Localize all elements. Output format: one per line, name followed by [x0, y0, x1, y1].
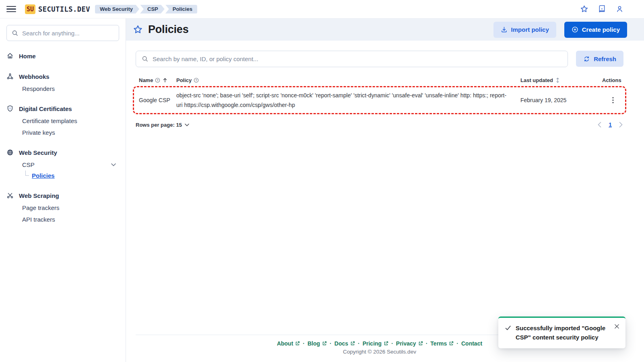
- sidebar-item-page-trackers[interactable]: Page trackers: [6, 203, 119, 212]
- policy-search: [136, 51, 568, 67]
- table-search-row: Refresh: [136, 51, 623, 67]
- row-actions-menu-icon[interactable]: [609, 95, 617, 105]
- content-area: Refresh Name ? Policy ?: [126, 41, 644, 362]
- top-header: SU SECUTILS.DEV Web Security CSP Policie…: [0, 0, 644, 19]
- footer-link-terms[interactable]: Terms: [430, 340, 454, 347]
- main-content: Policies Import policy Create policy: [126, 19, 644, 362]
- search-icon: [12, 30, 19, 37]
- policy-search-input[interactable]: [153, 56, 562, 62]
- sidebar-search-input[interactable]: [22, 30, 114, 37]
- sidebar-item-csp[interactable]: CSP: [6, 160, 119, 169]
- footer-link-about[interactable]: About: [277, 340, 300, 347]
- shield-icon: [6, 105, 14, 112]
- breadcrumb-policies: Policies: [165, 5, 197, 14]
- header-actions: [580, 5, 624, 13]
- favorites-star-icon[interactable]: [580, 5, 588, 13]
- policy-name-cell: Google CSP: [136, 97, 176, 103]
- copyright-text: Copyright © 2026 Secutils.dev: [136, 349, 623, 355]
- sidebar-item-label: Home: [19, 53, 36, 60]
- sidebar-item-certificate-templates[interactable]: Certificate templates: [6, 116, 119, 125]
- sidebar-item-label: Web Security: [19, 149, 57, 156]
- sidebar-nav: Home Webhooks Responders Digital Certifi…: [6, 51, 119, 224]
- refresh-button[interactable]: Refresh: [576, 51, 623, 67]
- external-link-icon: [322, 341, 327, 346]
- toast-message: Successfully imported "Google CSP" conte…: [516, 323, 609, 342]
- refresh-icon: [583, 56, 590, 62]
- sidebar-item-private-keys[interactable]: Private keys: [6, 128, 119, 137]
- column-header-last-updated[interactable]: Last updated: [520, 77, 602, 83]
- check-icon: [505, 325, 512, 342]
- page-title-star-icon[interactable]: [133, 25, 143, 35]
- breadcrumb-web-security[interactable]: Web Security: [95, 5, 139, 14]
- next-page-icon[interactable]: [618, 121, 623, 128]
- breadcrumb-csp[interactable]: CSP: [140, 5, 165, 14]
- breadcrumb: Web Security CSP Policies: [95, 5, 197, 14]
- page-number-1[interactable]: 1: [609, 121, 612, 128]
- logo-badge: SU: [25, 4, 35, 14]
- footer-link-privacy[interactable]: Privacy: [396, 340, 423, 347]
- sort-both-icon: [555, 77, 560, 83]
- table-header-row: Name ? Policy ? Last updated: [136, 75, 623, 85]
- close-icon[interactable]: [613, 323, 620, 331]
- footer-link-contact[interactable]: Contact: [461, 340, 482, 347]
- sidebar-item-policies-active[interactable]: Policies: [6, 171, 119, 180]
- column-header-name[interactable]: Name ?: [136, 77, 176, 83]
- table-row-google-csp-highlighted[interactable]: Google CSP object-src 'none'; base-uri '…: [133, 86, 626, 114]
- globe-icon: [6, 149, 14, 156]
- sidebar-item-responders[interactable]: Responders: [6, 84, 119, 93]
- external-link-icon: [384, 341, 388, 346]
- sidebar-item-home[interactable]: Home: [6, 51, 119, 61]
- sidebar-item-webhooks[interactable]: Webhooks: [6, 71, 119, 82]
- sidebar-item-label: Web Scraping: [19, 192, 59, 199]
- external-link-icon: [295, 341, 300, 346]
- import-policy-button[interactable]: Import policy: [493, 22, 556, 38]
- create-policy-button[interactable]: Create policy: [564, 22, 627, 38]
- footer-link-blog[interactable]: Blog: [308, 340, 327, 347]
- page-header: Policies Import policy Create policy: [126, 19, 644, 41]
- sidebar-item-label: Digital Certificates: [19, 105, 72, 112]
- svg-text:?: ?: [196, 78, 198, 82]
- rows-per-page-button[interactable]: Rows per page: 15: [136, 122, 189, 128]
- footer-link-docs[interactable]: Docs: [334, 340, 355, 347]
- plus-circle-icon: [572, 26, 578, 33]
- sidebar-item-api-trackers[interactable]: API trackers: [6, 214, 119, 224]
- scissors-icon: [6, 192, 14, 199]
- last-updated-cell: February 19, 2025: [520, 97, 602, 103]
- pagination: 1: [597, 121, 623, 128]
- body: Home Webhooks Responders Digital Certifi…: [0, 19, 644, 362]
- success-toast: Successfully imported "Google CSP" conte…: [498, 317, 625, 348]
- external-link-icon: [449, 341, 454, 346]
- sidebar-item-digital-certificates[interactable]: Digital Certificates: [6, 103, 119, 114]
- tree-elbow: [25, 171, 29, 176]
- user-icon[interactable]: [615, 5, 624, 13]
- sort-ascending-icon: [162, 77, 168, 83]
- sidebar: Home Webhooks Responders Digital Certifi…: [0, 19, 126, 362]
- footer-link-pricing[interactable]: Pricing: [363, 340, 388, 347]
- previous-page-icon[interactable]: [597, 121, 602, 128]
- docs-book-icon[interactable]: [598, 5, 606, 13]
- search-icon: [142, 56, 149, 62]
- help-icon[interactable]: ?: [155, 78, 160, 83]
- table-footer: Rows per page: 15 1: [136, 121, 623, 128]
- page-header-actions: Import policy Create policy: [493, 22, 627, 38]
- help-icon[interactable]: ?: [194, 78, 199, 83]
- app-logo[interactable]: SU SECUTILS.DEV: [25, 4, 90, 14]
- column-header-policy[interactable]: Policy ?: [176, 77, 520, 83]
- chevron-down-icon: [111, 163, 116, 166]
- policies-table: Name ? Policy ? Last updated: [136, 75, 623, 114]
- hamburger-menu-button[interactable]: [6, 5, 17, 13]
- sidebar-item-web-scraping[interactable]: Web Scraping: [6, 190, 119, 201]
- external-link-icon: [418, 341, 423, 346]
- webhooks-icon: [6, 73, 14, 80]
- logo-text: SECUTILS.DEV: [38, 5, 90, 13]
- external-link-icon: [350, 341, 355, 346]
- chevron-down-icon: [185, 123, 189, 126]
- policy-content-cell: object-src 'none'; base-uri 'self'; scri…: [176, 90, 520, 110]
- home-icon: [6, 52, 14, 60]
- download-icon: [501, 26, 508, 33]
- sidebar-item-web-security[interactable]: Web Security: [6, 147, 119, 158]
- page-title: Policies: [148, 23, 188, 36]
- sidebar-item-label: Webhooks: [19, 73, 50, 80]
- svg-text:?: ?: [157, 78, 159, 82]
- app-window: SU SECUTILS.DEV Web Security CSP Policie…: [0, 0, 644, 362]
